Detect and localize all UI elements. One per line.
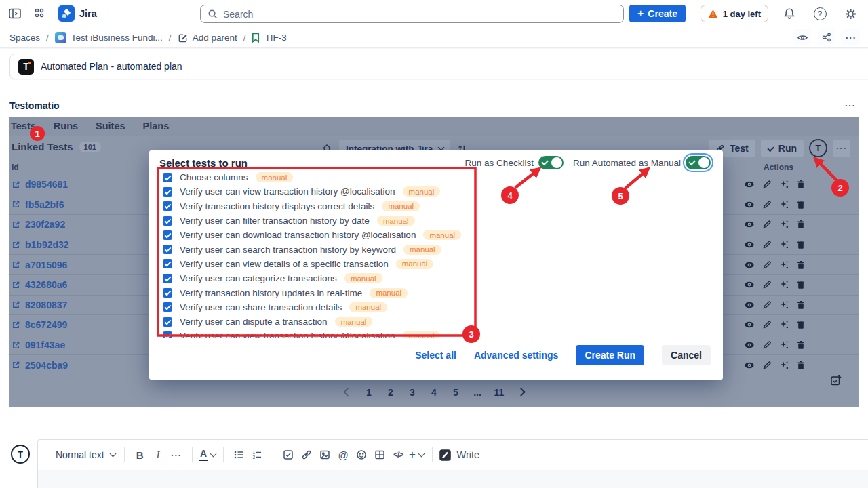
run-button[interactable]: Run bbox=[761, 140, 804, 157]
test-id-link[interactable]: 2504cba9 bbox=[12, 360, 68, 371]
delete-trash-icon[interactable] bbox=[796, 340, 806, 350]
view-eye-icon[interactable] bbox=[744, 360, 755, 371]
ai-sparkles-icon[interactable] bbox=[779, 320, 789, 329]
select-all-link[interactable]: Select all bbox=[415, 350, 456, 361]
table-button[interactable] bbox=[371, 445, 389, 464]
search-input[interactable]: Search bbox=[200, 5, 624, 23]
delete-trash-icon[interactable] bbox=[796, 180, 806, 189]
delete-trash-icon[interactable] bbox=[796, 220, 806, 229]
delete-trash-icon[interactable] bbox=[796, 300, 806, 310]
write-assistant-button[interactable]: Write bbox=[439, 449, 480, 462]
test-checkbox-checked[interactable] bbox=[163, 331, 172, 338]
test-checkbox-checked[interactable] bbox=[163, 302, 172, 312]
batch-edit-icon[interactable] bbox=[830, 374, 842, 386]
delete-trash-icon[interactable] bbox=[796, 320, 806, 329]
ai-sparkles-icon[interactable] bbox=[779, 180, 789, 189]
test-id-link[interactable]: 432680a6 bbox=[12, 279, 67, 290]
view-eye-icon[interactable] bbox=[744, 340, 755, 350]
cancel-button[interactable]: Cancel bbox=[662, 345, 711, 365]
create-button[interactable]: + Create bbox=[629, 5, 686, 22]
edit-pencil-icon[interactable] bbox=[762, 300, 772, 310]
task-list-button[interactable] bbox=[279, 445, 298, 464]
notifications-bell-icon[interactable] bbox=[780, 4, 799, 23]
widget-tab[interactable]: Runs bbox=[54, 117, 78, 136]
bullet-list-button[interactable] bbox=[230, 445, 248, 464]
delete-trash-icon[interactable] bbox=[796, 361, 806, 370]
test-id-link[interactable]: d9854681 bbox=[12, 179, 68, 190]
code-block-button[interactable]: </> bbox=[389, 445, 408, 464]
test-id-link[interactable]: 8c672499 bbox=[12, 319, 67, 330]
prev-page-button[interactable] bbox=[340, 384, 355, 401]
test-checkbox-checked[interactable] bbox=[163, 245, 172, 254]
page-button[interactable]: 4 bbox=[427, 384, 442, 401]
testomatio-circle-button[interactable]: T bbox=[809, 139, 827, 157]
page-button[interactable]: 11 bbox=[492, 384, 507, 401]
edit-pencil-icon[interactable] bbox=[762, 340, 772, 350]
test-checkbox-checked[interactable] bbox=[163, 259, 172, 268]
next-page-button[interactable] bbox=[513, 384, 529, 401]
view-eye-icon[interactable] bbox=[744, 219, 755, 230]
test-id-link[interactable]: fb5a2bf6 bbox=[12, 199, 64, 210]
text-color-button[interactable]: A bbox=[199, 445, 217, 464]
view-eye-icon[interactable] bbox=[744, 260, 755, 270]
numbered-list-button[interactable]: 12 bbox=[248, 445, 267, 464]
editor-content-area[interactable] bbox=[38, 470, 868, 488]
page-more-actions-icon[interactable]: ··· bbox=[842, 29, 860, 45]
run-automated-as-manual-toggle[interactable] bbox=[686, 156, 711, 169]
view-eye-icon[interactable] bbox=[744, 179, 755, 190]
run-as-checklist-toggle[interactable] bbox=[538, 156, 564, 169]
view-eye-icon[interactable] bbox=[744, 319, 755, 330]
edit-pencil-icon[interactable] bbox=[762, 260, 772, 270]
widget-tab[interactable]: Tests bbox=[11, 117, 36, 136]
delete-trash-icon[interactable] bbox=[796, 260, 806, 270]
test-id-link[interactable]: 091f43ae bbox=[12, 340, 65, 350]
page-button[interactable]: 2 bbox=[383, 384, 399, 401]
view-eye-icon[interactable] bbox=[744, 279, 755, 290]
view-eye-icon[interactable] bbox=[744, 239, 755, 250]
ai-sparkles-icon[interactable] bbox=[779, 220, 789, 229]
widget-tab[interactable]: Suites bbox=[96, 117, 125, 136]
italic-button[interactable]: I bbox=[149, 445, 167, 464]
sidebar-toggle-icon[interactable] bbox=[5, 4, 24, 23]
delete-trash-icon[interactable] bbox=[796, 280, 806, 289]
jira-home-link[interactable]: Jira bbox=[58, 5, 97, 22]
test-id-link[interactable]: 82080837 bbox=[12, 300, 67, 310]
watch-eye-icon[interactable] bbox=[793, 29, 811, 45]
edit-pencil-icon[interactable] bbox=[762, 180, 772, 189]
app-switcher-icon[interactable] bbox=[30, 4, 49, 23]
widget-more-actions-icon[interactable]: ··· bbox=[845, 100, 856, 110]
widget-tab[interactable]: Plans bbox=[143, 117, 170, 136]
create-run-button[interactable]: Create Run bbox=[576, 345, 644, 365]
ai-sparkles-icon[interactable] bbox=[779, 300, 789, 310]
ai-sparkles-icon[interactable] bbox=[779, 260, 789, 270]
edit-pencil-icon[interactable] bbox=[762, 220, 772, 229]
advanced-settings-link[interactable]: Advanced settings bbox=[474, 350, 558, 361]
edit-pencil-icon[interactable] bbox=[762, 200, 772, 209]
breadcrumb-spaces[interactable]: Spaces bbox=[9, 33, 40, 43]
test-checkbox-checked[interactable] bbox=[163, 216, 172, 226]
settings-gear-icon[interactable] bbox=[841, 4, 860, 23]
test-id-link[interactable]: a7015096 bbox=[12, 260, 67, 270]
delete-trash-icon[interactable] bbox=[796, 240, 806, 249]
delete-trash-icon[interactable] bbox=[796, 200, 806, 209]
text-style-dropdown[interactable]: Normal text bbox=[53, 445, 118, 464]
page-button[interactable]: 1 bbox=[361, 384, 377, 401]
test-checkbox-checked[interactable] bbox=[163, 317, 172, 327]
ai-sparkles-icon[interactable] bbox=[779, 361, 789, 370]
image-button[interactable] bbox=[316, 445, 334, 464]
help-icon[interactable]: ? bbox=[810, 4, 829, 23]
page-button[interactable]: 3 bbox=[405, 384, 420, 401]
emoji-button[interactable] bbox=[353, 445, 371, 464]
view-eye-icon[interactable] bbox=[744, 300, 755, 310]
link-button[interactable] bbox=[298, 445, 316, 464]
breadcrumb-current-page[interactable]: TIF-3 bbox=[252, 33, 286, 43]
test-id-link[interactable]: 230f2a92 bbox=[12, 219, 65, 230]
edit-pencil-icon[interactable] bbox=[762, 320, 772, 329]
ai-sparkles-icon[interactable] bbox=[779, 200, 789, 209]
insert-more-dropdown[interactable]: + bbox=[408, 445, 426, 464]
breadcrumb-space[interactable]: Test iBusiness Fundi... bbox=[55, 32, 163, 43]
ai-sparkles-icon[interactable] bbox=[779, 240, 789, 249]
page-button[interactable]: ... bbox=[470, 384, 486, 401]
test-id-link[interactable]: b1b92d32 bbox=[12, 239, 69, 250]
automated-plan-card[interactable]: T Automated Plan - automated plan bbox=[9, 54, 868, 79]
